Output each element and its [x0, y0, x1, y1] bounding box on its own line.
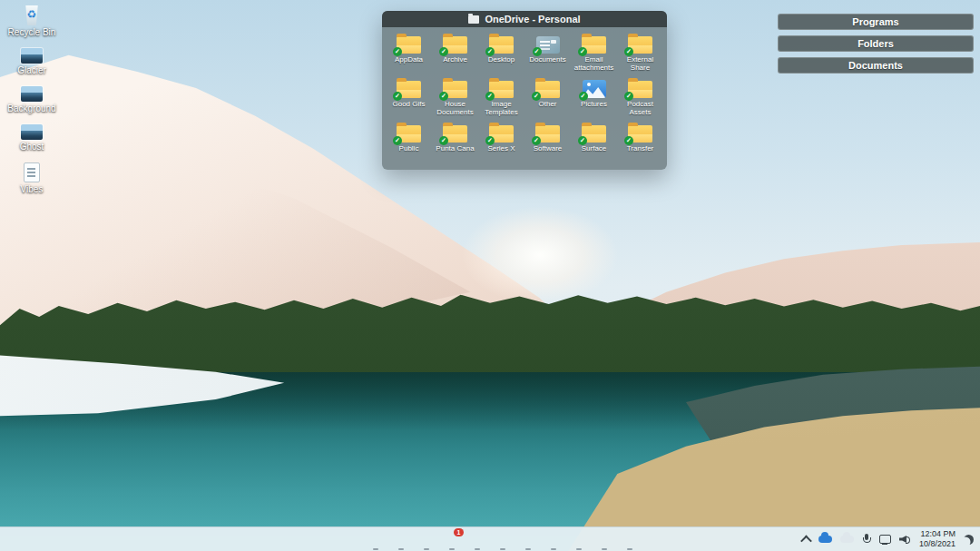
onedrive-folder-item[interactable]: ✓ Podcast Assets — [617, 77, 663, 120]
wallpaper-lake — [0, 372, 980, 551]
folder-item-label: Software — [534, 144, 563, 153]
desktop: Recycle Bin Glacier Background Ghost Vib… — [0, 0, 980, 551]
sync-check-icon: ✓ — [393, 47, 402, 56]
file-explorer-icon[interactable] — [368, 531, 384, 547]
display-icon[interactable] — [879, 534, 891, 545]
rolled-fence-list: Programs Folders Documents — [778, 14, 974, 74]
folder-item-label: Podcast Assets — [618, 100, 663, 116]
folder-item-label: Archive — [443, 55, 467, 64]
desktop-icon-label: Ghost — [20, 142, 44, 152]
onedrive-folder-item[interactable]: ✓ Software — [524, 122, 571, 164]
f-app-icon[interactable] — [596, 531, 612, 547]
settings-gear-icon[interactable] — [520, 531, 536, 547]
folder-item-label: Series X — [487, 144, 514, 153]
outlook-icon[interactable] — [418, 531, 435, 547]
sync-check-icon: ✓ — [533, 47, 542, 56]
folder-item-label: Public — [399, 144, 419, 153]
folder-item-label: Transfer — [627, 144, 654, 153]
folder-item-label: Documents — [529, 55, 565, 64]
sync-check-icon: ✓ — [485, 92, 495, 101]
running-indicator — [398, 548, 404, 550]
onedrive-cloud-icon[interactable] — [818, 536, 832, 543]
sync-check-icon: ✓ — [624, 92, 633, 101]
running-indicator — [551, 548, 556, 550]
spotify-icon[interactable] — [545, 531, 562, 547]
onedrive-fence-panel: OneDrive - Personal ✓ AppData ✓ — [382, 11, 667, 170]
system-tray: 12:04 PM 10/8/2021 — [802, 527, 974, 551]
fence-title: OneDrive - Personal — [485, 14, 580, 25]
desktop-icon-list: Recycle Bin Glacier Background Ghost Vib… — [2, 4, 62, 194]
clock-time: 12:04 PM — [920, 529, 956, 539]
onedrive-folder-item[interactable]: ✓ Other — [524, 77, 571, 120]
fence-folders[interactable]: Folders — [778, 35, 974, 52]
taskbar-clock[interactable]: 12:04 PM 10/8/2021 — [919, 529, 956, 550]
onedrive-folder-item[interactable]: ✓ Transfer — [617, 122, 663, 164]
edge-browser-icon[interactable] — [393, 531, 409, 547]
onedrive-folder-item[interactable]: ✓ Surface — [571, 122, 617, 164]
desktop-icon-label: Vibes — [21, 184, 44, 194]
onedrive-folder-item[interactable]: ✓ Good Gifs — [386, 77, 432, 120]
onedrive-folder-item[interactable]: ✓ AppData — [386, 33, 432, 75]
onedrive-folder-item[interactable]: ✓ Desktop — [478, 33, 524, 75]
folder-item-label: Punta Cana — [436, 144, 474, 153]
blue-squares-app-icon[interactable] — [622, 531, 638, 547]
desktop-icon[interactable]: Vibes — [2, 162, 62, 194]
onedrive-folder-item[interactable]: ✓ Email attachments — [571, 33, 617, 75]
onedrive-folder-item[interactable]: ✓ Image Templates — [478, 77, 524, 120]
sync-check-icon: ✓ — [485, 136, 495, 145]
hidden-icons-chevron-icon[interactable] — [800, 535, 812, 546]
dark-app-icon[interactable] — [469, 531, 485, 547]
sync-check-icon: ✓ — [578, 47, 587, 56]
photo-file-icon — [21, 124, 43, 140]
onedrive-folder-item[interactable]: ✓ House Documents — [432, 77, 478, 120]
start-icon[interactable] — [342, 531, 358, 547]
fence-title-bar[interactable]: OneDrive - Personal — [382, 11, 667, 27]
notion-icon[interactable] — [495, 531, 511, 547]
onedrive-folder-item[interactable]: ✓ Punta Cana — [432, 122, 478, 164]
desktop-icon[interactable]: Ghost — [2, 124, 62, 152]
sync-check-icon: ✓ — [393, 92, 402, 101]
photo-file-icon — [21, 48, 43, 64]
onedrive-folder-item[interactable]: ✓ Archive — [432, 33, 478, 75]
onedrive-folder-item[interactable]: ✓ External Share — [617, 33, 663, 75]
sync-check-icon: ✓ — [439, 92, 448, 101]
recycle-bin-icon — [23, 4, 41, 25]
onedrive-folder-item[interactable]: ✓ Pictures — [571, 77, 617, 120]
cloud-icon[interactable] — [840, 536, 854, 543]
folder-item-label: Other — [538, 100, 556, 108]
sync-check-icon: ✓ — [624, 136, 633, 145]
folder-item-label: Surface — [582, 144, 607, 153]
onedrive-folder-item[interactable]: ✓ Series X — [478, 122, 524, 164]
microphone-icon[interactable] — [862, 534, 871, 546]
fence-documents[interactable]: Documents — [778, 57, 974, 74]
sync-check-icon: ✓ — [624, 47, 633, 56]
notification-badge: 1 — [454, 528, 464, 536]
colorful-app-icon[interactable] — [571, 531, 587, 547]
taskbar-app-list: 1 — [342, 527, 638, 551]
sync-check-icon: ✓ — [393, 136, 402, 145]
folder-item-label: Image Templates — [479, 100, 524, 116]
folder-item-label: Good Gifs — [392, 100, 425, 108]
clock-date: 10/8/2021 — [919, 539, 956, 549]
taskbar: 1 — [0, 526, 980, 551]
running-indicator — [602, 548, 607, 550]
folder-item-label: Email attachments — [572, 55, 617, 72]
speaker-icon[interactable] — [899, 535, 911, 545]
focus-assist-moon-icon[interactable] — [964, 535, 974, 545]
teams-icon[interactable]: 1 — [444, 531, 460, 547]
folder-item-label: Pictures — [581, 100, 607, 108]
folder-item-label: Desktop — [488, 55, 514, 64]
onedrive-folder-item[interactable]: ✓ Documents — [524, 33, 571, 75]
folder-icon — [468, 15, 479, 24]
desktop-icon[interactable]: Recycle Bin — [2, 4, 62, 37]
sync-check-icon: ✓ — [439, 47, 448, 56]
onedrive-folder-item[interactable]: ✓ Public — [386, 122, 432, 164]
running-indicator — [525, 548, 531, 550]
folder-item-label: AppData — [395, 55, 423, 64]
file-icon — [24, 162, 40, 182]
running-indicator — [373, 548, 378, 550]
desktop-icon[interactable]: Glacier — [2, 48, 62, 75]
fence-programs[interactable]: Programs — [778, 14, 974, 30]
desktop-icon[interactable]: Background — [2, 86, 62, 113]
running-indicator — [576, 548, 582, 550]
